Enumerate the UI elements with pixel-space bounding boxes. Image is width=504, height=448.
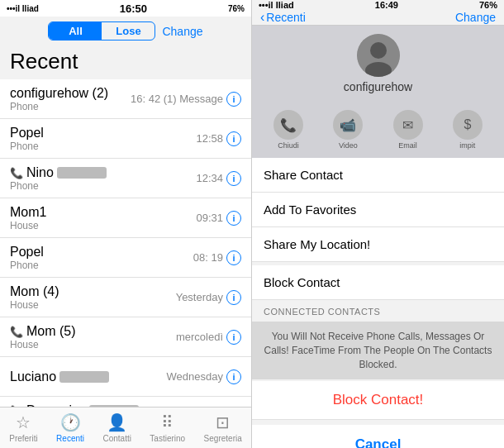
cancel-button[interactable]: Cancel [252, 425, 504, 448]
right-battery: 76% [479, 0, 497, 10]
contact-right: 12:58 i [196, 131, 241, 146]
list-item[interactable]: configurehow (2) Phone 16: 42 (1) Messag… [0, 79, 251, 119]
info-button[interactable]: i [226, 250, 241, 265]
right-time: 16:49 [375, 0, 398, 10]
list-item[interactable]: Mom1 House 09:31 i [0, 198, 251, 238]
contact-name: Popel [10, 126, 196, 141]
left-battery: 76% [228, 4, 245, 13]
menu-share-location[interactable]: Share My Location! [252, 227, 504, 262]
tab-label: Recenti [56, 434, 84, 443]
contact-name: Luciano [10, 369, 167, 384]
menu-add-favorites[interactable]: Add To Favorites [252, 193, 504, 227]
name-blur [57, 167, 107, 179]
contact-name: Popel [10, 245, 193, 260]
contact-right: 08: 19 i [193, 250, 241, 265]
right-status-bar: •••il Iliad 16:49 76% [252, 0, 504, 10]
recent-title: Recent [0, 47, 251, 79]
list-item[interactable]: Mom (4) House Yesterday i [0, 278, 251, 317]
tab-recenti[interactable]: 🕐 Recenti [56, 412, 84, 443]
contact-right: 12:34 i [196, 171, 241, 186]
left-carrier: •••il Iliad [7, 4, 39, 13]
phone-icon: 📞 [10, 326, 23, 338]
avatar-image [357, 34, 400, 77]
left-time: 16:50 [120, 2, 147, 15]
contact-right: 16: 42 (1) Message i [131, 92, 241, 107]
star-icon: ☆ [16, 412, 31, 432]
right-change-button[interactable]: Change [455, 11, 496, 24]
info-button[interactable]: i [226, 92, 241, 107]
contact-type: Phone [10, 260, 193, 271]
contact-time: Yesterday [176, 291, 223, 303]
segment-row: All Lose Change [8, 21, 243, 41]
segment-lose[interactable]: Lose [102, 22, 155, 40]
segment-all[interactable]: All [49, 22, 102, 40]
action-email[interactable]: ✉ Email [393, 110, 423, 150]
contact-time: 12:58 [196, 132, 223, 145]
info-button[interactable]: i [226, 369, 241, 384]
action-call[interactable]: 📞 Chiudi [273, 110, 303, 150]
connected-contacts-label: CONNECTED CONTACTS [252, 300, 504, 320]
contact-right: Wednesday i [167, 369, 241, 384]
cancel-box: Cancel [252, 425, 504, 448]
contact-type: House [10, 220, 196, 231]
contact-time: 12:34 [196, 172, 223, 184]
info-button[interactable]: i [226, 171, 241, 186]
right-nav: ‹ Recenti Change [252, 10, 504, 26]
action-impit[interactable]: $ impit [453, 110, 483, 150]
dollar-icon: $ [453, 110, 483, 140]
tab-preferiti[interactable]: ☆ Preferiti [9, 412, 37, 443]
tab-tastierino[interactable]: ⠿ Tastierino [150, 412, 185, 443]
contact-type: Phone [10, 141, 196, 152]
action-icons: 📞 Chiudi 📹 Video ✉ Email $ impit [252, 102, 504, 158]
info-button[interactable]: i [226, 330, 241, 345]
block-section: Block Contact [252, 265, 504, 300]
svg-point-1 [370, 42, 387, 59]
change-button[interactable]: Change [162, 25, 202, 38]
block-action-button[interactable]: Block Contact! [252, 381, 504, 420]
list-item[interactable]: Luciano Wednesday i [0, 357, 251, 397]
avatar [357, 34, 400, 77]
tab-label: Segreteria [204, 434, 242, 443]
list-item[interactable]: 📞Mom (5) House mercoledì i [0, 317, 251, 357]
action-call-label: Chiudi [278, 141, 299, 150]
list-item[interactable]: Popel Phone 08: 19 i [0, 238, 251, 278]
contact-time: 09:31 [196, 212, 223, 224]
contact-right: 09:31 i [196, 211, 241, 226]
phone-icon: 📞 [10, 167, 23, 179]
name-blur [59, 371, 109, 383]
contact-header: configurehow [252, 26, 504, 102]
chevron-left-icon: ‹ [260, 10, 264, 25]
right-panel: •••il Iliad 16:49 76% ‹ Recenti Change c… [252, 0, 504, 448]
info-button[interactable]: i [226, 131, 241, 146]
contact-info: Mom1 House [10, 205, 196, 231]
contact-name: Mom (4) [10, 284, 176, 299]
keypad-icon: ⠿ [161, 412, 174, 432]
action-video[interactable]: 📹 Video [333, 110, 363, 150]
tab-contatti[interactable]: 👤 Contatti [102, 412, 131, 443]
contact-right: mercoledì i [176, 330, 241, 345]
contact-info: configurehow (2) Phone [10, 86, 131, 112]
contact-info: Popel Phone [10, 126, 196, 152]
menu-share-contact[interactable]: Share Contact [252, 158, 504, 193]
contact-info: 📞Nino Phone [10, 165, 196, 192]
contact-info: Luciano [10, 369, 167, 384]
contact-time: 08: 19 [193, 251, 223, 264]
list-item[interactable]: 📞Domenico Phone Monday i [0, 397, 251, 407]
left-status-bar: •••il Iliad 16:50 76% [0, 0, 251, 17]
info-button[interactable]: i [226, 211, 241, 226]
segment-control: All Lose [48, 21, 155, 41]
menu-block-contact[interactable]: Block Contact [252, 265, 504, 300]
contact-time: Wednesday [167, 370, 223, 383]
info-button[interactable]: i [226, 290, 241, 305]
block-warning-box: You Will Not Receive Phone Calls, Messag… [252, 322, 504, 379]
list-item[interactable]: Popel Phone 12:58 i [0, 119, 251, 159]
bottom-tabs: ☆ Preferiti 🕐 Recenti 👤 Contatti ⠿ Tasti… [0, 407, 251, 448]
contact-type: Phone [10, 180, 196, 192]
back-button[interactable]: ‹ Recenti [260, 10, 306, 25]
action-email-label: Email [398, 141, 417, 150]
action-video-label: Video [339, 141, 358, 150]
list-item[interactable]: 📞Nino Phone 12:34 i [0, 159, 251, 198]
right-carrier: •••il Iliad [259, 0, 294, 10]
tab-segreteria[interactable]: ⊡ Segreteria [204, 412, 242, 443]
tab-label: Contatti [102, 434, 131, 443]
